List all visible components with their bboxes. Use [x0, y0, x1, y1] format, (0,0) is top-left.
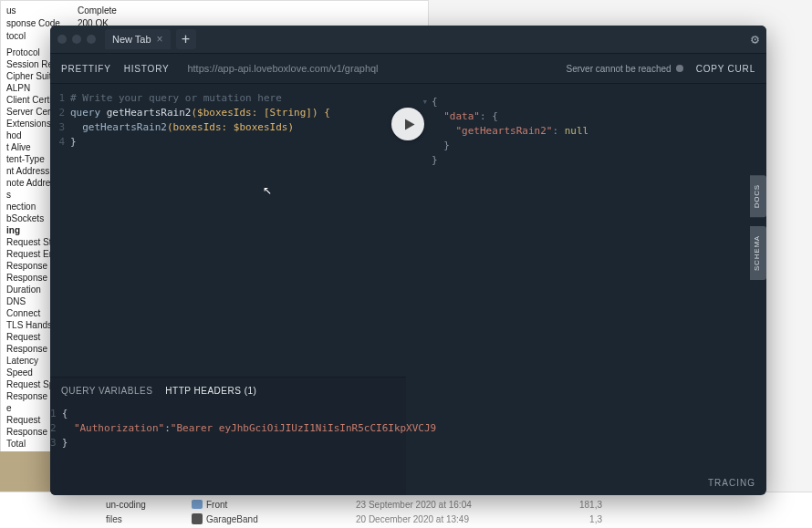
status-dot-icon [676, 65, 683, 72]
history-button[interactable]: HISTORY [124, 64, 170, 74]
finder-name[interactable]: Front [206, 500, 227, 510]
app-icon [192, 513, 203, 524]
result-pane: ▾ { "data": { "getHeartsRain2": null } } [406, 84, 766, 495]
finder-col1: un-coding [0, 500, 182, 510]
tab-new[interactable]: New Tab × [105, 29, 171, 49]
copy-curl-button[interactable]: COPY CURL [696, 64, 755, 74]
query-editor-pane: 1234 # Write your query or mutation here… [50, 84, 406, 495]
add-tab-button[interactable]: + [176, 29, 196, 49]
finder-size: 1,3 [547, 514, 602, 524]
finder-size: 181,3 [547, 500, 602, 510]
finder-name[interactable]: GarageBand [206, 514, 258, 524]
gear-icon[interactable]: ⚙ [751, 31, 759, 47]
headers-editor[interactable]: 123 { "Authorization":"Bearer eyJhbGciOi… [50, 403, 406, 495]
line-gutter: 1234 [50, 91, 70, 377]
folder-icon [192, 500, 203, 509]
tab-http-headers[interactable]: HTTP HEADERS (1) [165, 386, 256, 396]
play-button[interactable] [391, 108, 424, 140]
query-editor[interactable]: 1234 # Write your query or mutation here… [50, 84, 406, 377]
finder-col1: files [0, 514, 182, 524]
schema-tab[interactable]: SCHEMA [750, 226, 766, 280]
toolbar: PRETTIFY HISTORY https://app-api.lovebox… [50, 53, 766, 84]
vars-panel: QUERY VARIABLES HTTP HEADERS (1) 123 { "… [50, 377, 406, 495]
url-input[interactable]: https://app-api.loveboxlove.com/v1/graph… [182, 63, 553, 74]
finder-strip: un-coding Front 23 September 2020 at 16:… [0, 492, 812, 528]
close-icon[interactable]: × [157, 33, 163, 46]
graphql-playground-window: New Tab × + ⚙ PRETTIFY HISTORY https://a… [50, 26, 766, 495]
finder-date: 20 December 2020 at 13:49 [356, 514, 547, 524]
prettify-button[interactable]: PRETTIFY [61, 64, 111, 74]
tracing-button[interactable]: TRACING [708, 478, 755, 488]
tab-query-variables[interactable]: QUERY VARIABLES [61, 386, 152, 396]
play-icon [402, 118, 416, 131]
finder-date: 23 September 2020 at 16:04 [356, 500, 547, 510]
server-status: Server cannot be reached [567, 64, 683, 74]
traffic-lights[interactable] [57, 35, 96, 44]
docs-tab[interactable]: DOCS [750, 175, 766, 217]
tab-label: New Tab [112, 34, 151, 45]
titlebar: New Tab × + ⚙ [50, 26, 766, 53]
status-text: Server cannot be reached [567, 64, 671, 74]
